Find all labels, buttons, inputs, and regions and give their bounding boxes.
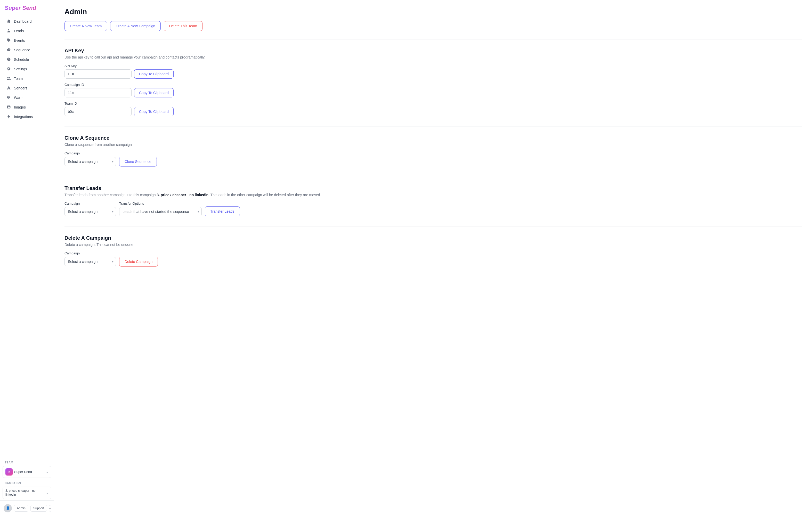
gear-icon bbox=[7, 67, 11, 71]
team-avatar: SS bbox=[5, 468, 12, 476]
sidebar-item-sequence-label: Sequence bbox=[14, 48, 30, 52]
flame-icon bbox=[7, 95, 11, 100]
campaign-id-field-group: Campaign ID Copy To Clipboard bbox=[64, 83, 802, 97]
chevron-down-icon: ⌄ bbox=[46, 470, 49, 474]
sidebar-item-events[interactable]: Events bbox=[2, 36, 52, 45]
divider-4 bbox=[64, 226, 802, 227]
transfer-leads-section: Transfer Leads Transfer leads from anoth… bbox=[64, 185, 802, 216]
clock-icon bbox=[7, 57, 11, 62]
api-key-section: API Key Use the api key to call our api … bbox=[64, 48, 802, 116]
transfer-row: Campaign Select a campaign ▾ Transfer Op… bbox=[64, 202, 802, 216]
transfer-campaign-select[interactable]: Select a campaign bbox=[64, 207, 116, 216]
sidebar-item-images-label: Images bbox=[14, 105, 26, 109]
transfer-leads-title: Transfer Leads bbox=[64, 185, 802, 191]
transfer-campaign-select-wrapper: Select a campaign ▾ bbox=[64, 207, 116, 216]
team-id-copy-button[interactable]: Copy To Clipboard bbox=[134, 107, 174, 116]
delete-row: Select a campaign ▾ Delete Campaign bbox=[64, 257, 802, 267]
people-icon bbox=[7, 76, 11, 81]
team-id-row: Copy To Clipboard bbox=[64, 107, 802, 116]
campaign-id-label: Campaign ID bbox=[64, 83, 802, 87]
sidebar-item-dashboard-label: Dashboard bbox=[14, 19, 32, 24]
delete-campaign-select-wrapper: Select a campaign ▾ bbox=[64, 257, 116, 266]
senders-icon bbox=[7, 86, 11, 90]
delete-campaign-title: Delete A Campaign bbox=[64, 235, 802, 241]
transfer-leads-desc: Transfer leads from another campaign int… bbox=[64, 193, 802, 197]
action-buttons: Create A New Team Create A New Campaign … bbox=[64, 21, 802, 31]
clone-campaign-select-wrapper: Select a campaign ▾ bbox=[64, 157, 116, 166]
sidebar-item-settings[interactable]: Settings bbox=[2, 64, 52, 74]
divider-2 bbox=[64, 126, 802, 127]
campaign-id-copy-button[interactable]: Copy To Clipboard bbox=[134, 88, 174, 97]
lightning-icon bbox=[7, 115, 11, 119]
sidebar-item-integrations[interactable]: Integrations bbox=[2, 112, 52, 121]
transfer-options-select[interactable]: Leads that have not started the sequence… bbox=[119, 207, 202, 216]
image-icon bbox=[7, 105, 11, 110]
clone-sequence-button[interactable]: Clone Sequence bbox=[119, 157, 157, 166]
sidebar-item-warm-label: Warm bbox=[14, 96, 24, 100]
app-logo: Super Send bbox=[0, 0, 54, 15]
sidebar-item-settings-label: Settings bbox=[14, 67, 27, 71]
transfer-campaign-label: Campaign bbox=[64, 202, 116, 205]
api-key-description: Use the api key to call our api and mana… bbox=[64, 55, 802, 59]
delete-campaign-select[interactable]: Select a campaign bbox=[64, 257, 116, 266]
clone-sequence-title: Clone A Sequence bbox=[64, 135, 802, 141]
sidebar-item-schedule-label: Schedule bbox=[14, 58, 29, 62]
transfer-leads-button[interactable]: Transfer Leads bbox=[205, 207, 240, 216]
campaign-id-input[interactable] bbox=[64, 88, 132, 97]
api-key-row: Copy To Clipboard bbox=[64, 69, 802, 79]
delete-campaign-section: Delete A Campaign Delete a campaign. Thi… bbox=[64, 235, 802, 267]
sidebar-item-schedule[interactable]: Schedule bbox=[2, 55, 52, 64]
api-key-title: API Key bbox=[64, 48, 802, 54]
transfer-options-select-wrapper: Leads that have not started the sequence… bbox=[119, 207, 202, 216]
collapse-sidebar-button[interactable]: « bbox=[49, 505, 51, 512]
support-button[interactable]: Support bbox=[30, 505, 47, 512]
team-name: Super Send bbox=[14, 470, 32, 474]
api-key-copy-button[interactable]: Copy To Clipboard bbox=[134, 69, 174, 79]
sidebar-item-leads[interactable]: Leads bbox=[2, 26, 52, 36]
clone-campaign-select[interactable]: Select a campaign bbox=[64, 157, 116, 166]
chat-icon bbox=[7, 48, 11, 52]
delete-team-button[interactable]: Delete This Team bbox=[164, 21, 202, 31]
create-campaign-button[interactable]: Create A New Campaign bbox=[110, 21, 161, 31]
clone-campaign-label: Campaign bbox=[64, 151, 802, 155]
transfer-campaign-bold: 3. price / cheaper - no linkedin bbox=[156, 193, 208, 197]
api-key-input[interactable] bbox=[64, 69, 132, 79]
page-title: Admin bbox=[64, 8, 802, 16]
team-section-label: Team bbox=[0, 458, 54, 465]
transfer-options-group: Transfer Options Leads that have not sta… bbox=[119, 202, 202, 216]
sidebar-item-dashboard[interactable]: Dashboard bbox=[2, 17, 52, 26]
sidebar-item-sequence[interactable]: Sequence bbox=[2, 45, 52, 55]
sidebar-item-team[interactable]: Team bbox=[2, 74, 52, 83]
create-team-button[interactable]: Create A New Team bbox=[64, 21, 107, 31]
main-content: Admin Create A New Team Create A New Cam… bbox=[54, 0, 812, 516]
sidebar: Super Send Dashboard Leads Events Sequen… bbox=[0, 0, 54, 516]
sidebar-item-images[interactable]: Images bbox=[2, 102, 52, 112]
clone-row: Select a campaign ▾ Clone Sequence bbox=[64, 157, 802, 166]
sidebar-item-events-label: Events bbox=[14, 38, 25, 42]
team-id-label: Team ID bbox=[64, 101, 802, 105]
team-id-field-group: Team ID Copy To Clipboard bbox=[64, 101, 802, 116]
chevron-down-icon-campaign: ⌄ bbox=[46, 491, 49, 495]
campaign-section-label: Campaign bbox=[0, 479, 54, 486]
house-icon bbox=[7, 19, 11, 24]
clone-sequence-section: Clone A Sequence Clone a sequence from a… bbox=[64, 135, 802, 166]
admin-button[interactable]: Admin bbox=[14, 505, 28, 512]
transfer-options-label: Transfer Options bbox=[119, 202, 202, 205]
delete-campaign-label: Campaign bbox=[64, 251, 802, 255]
team-id-input[interactable] bbox=[64, 107, 132, 116]
campaign-name: 3. price / cheaper - no linkedin bbox=[5, 489, 46, 497]
sidebar-item-team-label: Team bbox=[14, 77, 23, 81]
delete-campaign-button[interactable]: Delete Campaign bbox=[119, 257, 158, 267]
campaign-selector[interactable]: 3. price / cheaper - no linkedin ⌄ bbox=[3, 487, 51, 499]
person-icon bbox=[7, 29, 11, 33]
transfer-campaign-group: Campaign Select a campaign ▾ bbox=[64, 202, 116, 216]
tag-icon bbox=[7, 38, 11, 43]
sidebar-item-senders-label: Senders bbox=[14, 86, 27, 90]
sidebar-item-senders[interactable]: Senders bbox=[2, 84, 52, 93]
sidebar-item-warm[interactable]: Warm bbox=[2, 93, 52, 102]
divider-1 bbox=[64, 39, 802, 39]
api-key-field-group: API Key Copy To Clipboard bbox=[64, 64, 802, 79]
sidebar-bottom: 👤 Admin Support « bbox=[0, 500, 54, 516]
team-selector[interactable]: SS Super Send ⌄ bbox=[3, 466, 51, 478]
sidebar-nav: Dashboard Leads Events Sequence Schedule bbox=[0, 15, 54, 458]
